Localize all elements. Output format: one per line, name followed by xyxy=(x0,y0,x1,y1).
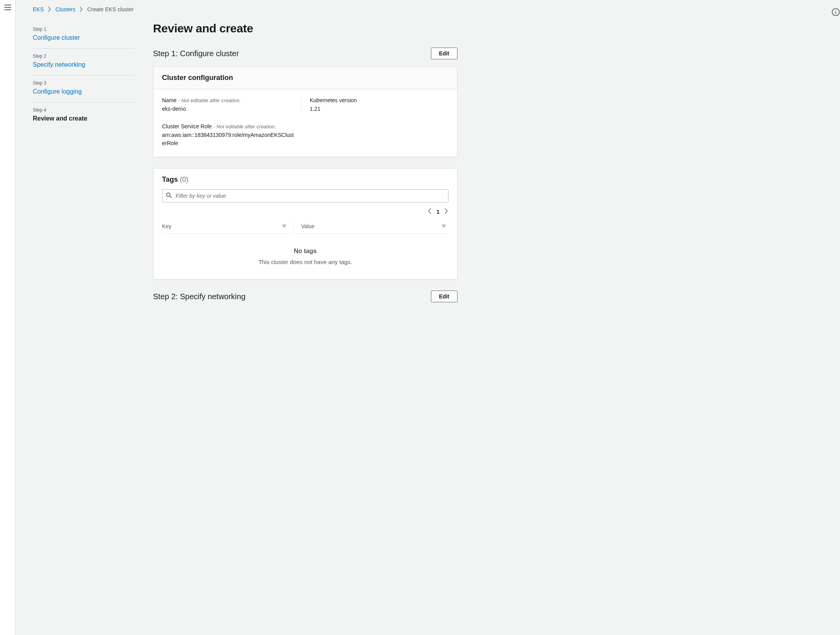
wizard-step-link[interactable]: Specify networking xyxy=(33,61,134,68)
svg-point-3 xyxy=(166,193,170,196)
wizard-step-link[interactable]: Configure cluster xyxy=(33,34,134,41)
breadcrumb-link-eks[interactable]: EKS xyxy=(33,6,44,12)
svg-line-4 xyxy=(170,196,171,198)
field-label-service-role: Cluster Service Role - Not editable afte… xyxy=(162,123,448,129)
field-value-service-role: arn:aws:iam::183843130979:role/myAmazonE… xyxy=(162,131,295,147)
page-prev-icon[interactable] xyxy=(427,208,432,215)
search-icon xyxy=(166,192,172,199)
field-value-k8s-version: 1.21 xyxy=(310,105,441,113)
tags-empty-state: No tags This cluster does not have any t… xyxy=(162,234,448,279)
field-label-k8s-version: Kubernetes version xyxy=(310,97,441,103)
sort-icon xyxy=(441,223,446,229)
wizard-step-link[interactable]: Configure logging xyxy=(33,88,134,95)
wizard-steps-nav: Step 1 Configure cluster Step 2 Specify … xyxy=(33,22,134,309)
panel-title: Cluster configuration xyxy=(162,74,448,82)
edit-step1-button[interactable]: Edit xyxy=(431,48,457,59)
wizard-step-current: Review and create xyxy=(33,115,134,122)
page-next-icon[interactable] xyxy=(444,208,448,215)
tags-filter-input[interactable] xyxy=(162,189,448,202)
wizard-step-label: Step 3 xyxy=(33,80,134,86)
chevron-right-icon xyxy=(48,7,52,12)
panel-title-tags: Tags (0) xyxy=(162,176,448,184)
wizard-step-label: Step 2 xyxy=(33,53,134,59)
tags-pagination: 1 xyxy=(162,202,448,215)
wizard-step-3[interactable]: Step 3 Configure logging xyxy=(33,76,134,103)
breadcrumb: EKS Clusters Create EKS cluster xyxy=(33,6,823,12)
cluster-configuration-panel: Cluster configuration Name - Not editabl… xyxy=(153,66,457,157)
breadcrumb-current: Create EKS cluster xyxy=(87,6,133,12)
tags-count: (0) xyxy=(180,176,189,183)
tags-panel: Tags (0) xyxy=(153,168,457,280)
svg-point-2 xyxy=(835,10,836,11)
empty-description: This cluster does not have any tags. xyxy=(162,259,448,265)
tags-col-key[interactable]: Key xyxy=(162,219,294,234)
field-label-name: Name - Not editable after creation. xyxy=(162,97,293,103)
tags-col-value[interactable]: Value xyxy=(294,219,448,234)
not-editable-hint: - Not editable after creation. xyxy=(214,124,276,129)
section-heading-step2: Step 2: Specify networking xyxy=(153,292,246,301)
field-value-name: eks-demo xyxy=(162,105,293,113)
chevron-right-icon xyxy=(79,7,83,12)
not-editable-hint: - Not editable after creation. xyxy=(178,98,240,103)
hamburger-icon[interactable] xyxy=(4,5,11,10)
left-nav-rail xyxy=(0,0,16,325)
page-number: 1 xyxy=(436,209,440,215)
wizard-step-label: Step 4 xyxy=(33,107,134,113)
edit-step2-button[interactable]: Edit xyxy=(431,291,457,302)
main-content: Review and create Step 1: Configure clus… xyxy=(153,22,457,309)
wizard-step-label: Step 1 xyxy=(33,27,134,32)
info-icon[interactable] xyxy=(831,8,840,18)
wizard-step-1[interactable]: Step 1 Configure cluster xyxy=(33,22,134,49)
section-heading-step1: Step 1: Configure cluster xyxy=(153,49,239,58)
wizard-step-2[interactable]: Step 2 Specify networking xyxy=(33,49,134,76)
breadcrumb-link-clusters[interactable]: Clusters xyxy=(55,6,75,12)
empty-title: No tags xyxy=(162,248,448,255)
page-title: Review and create xyxy=(153,22,457,35)
sort-icon xyxy=(282,223,287,229)
tags-table: Key Value xyxy=(162,219,448,234)
wizard-step-4: Step 4 Review and create xyxy=(33,103,134,129)
